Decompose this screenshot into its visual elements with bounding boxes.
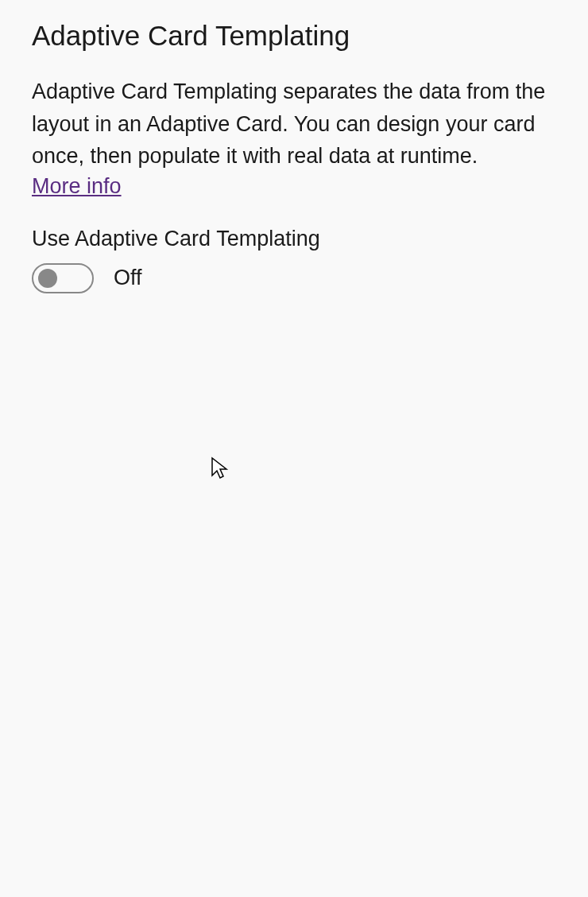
description-text: Adaptive Card Templating separates the d… (32, 76, 556, 173)
toggle-row: Off (32, 263, 556, 293)
cursor-icon (211, 456, 230, 480)
page-title: Adaptive Card Templating (32, 20, 556, 52)
templating-toggle[interactable] (32, 263, 94, 293)
more-info-link[interactable]: More info (32, 174, 122, 199)
toggle-thumb-icon (38, 269, 57, 288)
toggle-state-text: Off (114, 266, 142, 290)
toggle-label: Use Adaptive Card Templating (32, 227, 556, 251)
